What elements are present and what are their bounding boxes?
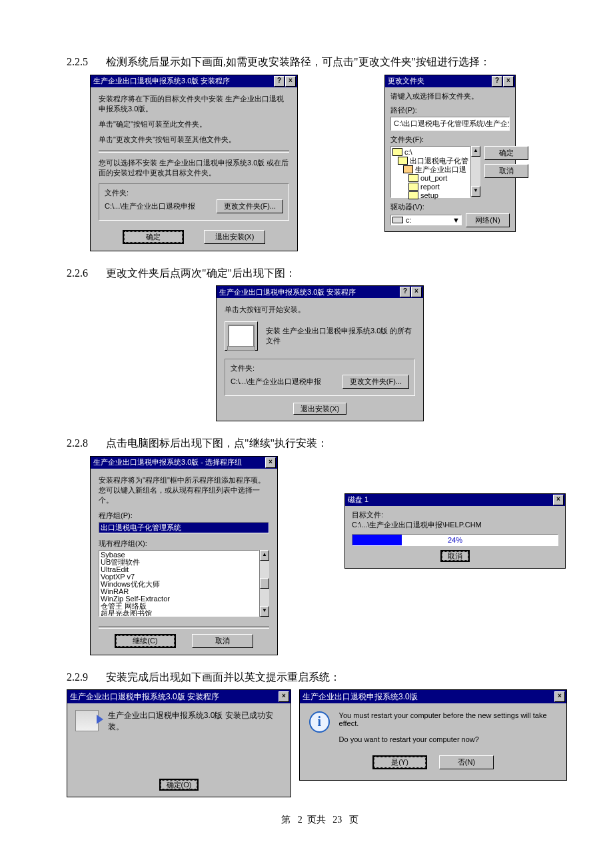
scrollbar[interactable]: ▲ ▼ xyxy=(259,550,269,617)
existing-groups-label: 现有程序组(X): xyxy=(99,539,269,549)
dialog-text: 您可以选择不安装 生产企业出口退税申报系统3.0版 或在后面的安装过程中更改其目… xyxy=(99,158,289,178)
big-install-text: 安装 生产企业出口退税申报系统3.0版 的所有文件 xyxy=(266,326,415,346)
change-folder-button[interactable]: 更改文件夹(F)... xyxy=(342,375,409,389)
progress-dialog: 磁盘 1 × 目标文件: C:\...\生产企业出口退税申报\HELP.CHM … xyxy=(344,493,566,569)
scrollbar[interactable]: ▲ ▼ xyxy=(470,146,480,197)
progress-percent: 24% xyxy=(352,535,558,545)
page-number: 2 xyxy=(298,815,303,825)
folders-label: 文件夹(F): xyxy=(390,135,510,145)
progress-bar: 24% xyxy=(352,534,558,546)
info-icon: i xyxy=(309,711,330,733)
success-message: 生产企业出口退税申报系统3.0版 安装已成功安装。 xyxy=(108,710,283,733)
dialog-title: 生产企业出口退税申报系统3.0版 - 选择程序组 xyxy=(93,457,242,467)
section-2-2-6-heading: 2.2.6 更改文件夹后点两次"确定"后出现下图： xyxy=(67,265,573,282)
yes-button[interactable]: 是(Y) xyxy=(372,755,427,769)
scroll-down-icon[interactable]: ▼ xyxy=(260,606,269,617)
cancel-button[interactable]: 取消 xyxy=(484,164,528,178)
section-2-2-8-heading: 2.2.8 点击电脑图标后出现下图，点"继续"执行安装： xyxy=(67,435,573,452)
section-num: 2.2.6 xyxy=(67,265,103,282)
close-icon[interactable]: × xyxy=(411,287,422,297)
change-folder-button[interactable]: 更改文件夹(F)... xyxy=(217,199,283,213)
cancel-button[interactable]: 取消 xyxy=(440,550,470,562)
close-icon[interactable]: × xyxy=(503,76,514,87)
restart-msg-2: Do you want to restart your computer now… xyxy=(339,735,557,743)
help-icon[interactable]: ? xyxy=(274,76,285,87)
folder-label: 文件夹: xyxy=(105,188,283,198)
section-num: 2.2.5 xyxy=(67,53,103,71)
close-icon[interactable]: × xyxy=(265,457,276,468)
no-button[interactable]: 否(N) xyxy=(439,755,494,769)
scroll-down-icon[interactable]: ▼ xyxy=(471,186,480,197)
target-file-path: C:\...\生产企业出口退税申报\HELP.CHM xyxy=(352,520,558,530)
path-input[interactable]: C:\出口退税电子化管理系统\生产企业 xyxy=(390,117,510,131)
dialog-title: 磁盘 1 xyxy=(348,495,368,505)
dialog-title: 生产企业出口退税申报系统3.0版 安装程序 xyxy=(93,76,230,86)
exit-install-button[interactable]: 退出安装(X) xyxy=(293,403,347,415)
ok-button[interactable]: 确定 xyxy=(484,146,528,160)
dialog-title: 生产企业出口退税申报系统3.0版 安装程序 xyxy=(219,287,356,297)
install-success-dialog: 生产企业出口退税申报系统3.0版 安装程序 × 生产企业出口退税申报系统3.0版… xyxy=(67,689,291,797)
section-num: 2.2.9 xyxy=(67,669,103,686)
dialog-title: 生产企业出口退税申报系统3.0版 安装程序 xyxy=(70,691,219,703)
program-group-label: 程序组(P): xyxy=(99,511,269,521)
drive-select[interactable]: c: ▼ xyxy=(390,215,462,225)
section-num: 2.2.8 xyxy=(67,435,103,452)
page-total: 23 xyxy=(332,815,342,825)
existing-groups-list[interactable]: Sybase UB管理软件 UltraEdit VoptXP v7 Window… xyxy=(99,550,259,617)
folder-path: C:\...\生产企业出口退税申报 xyxy=(231,377,336,387)
chevron-down-icon: ▼ xyxy=(452,216,460,224)
drive-icon xyxy=(392,217,403,223)
program-group-input[interactable]: 出口退税电子化管理系统 xyxy=(99,522,269,533)
help-icon[interactable]: ? xyxy=(400,287,410,297)
folder-path: C:\...\生产企业出口退税申报 xyxy=(105,201,210,211)
section-text: 点击电脑图标后出现下图，点"继续"执行安装： xyxy=(106,437,328,449)
folder-tree[interactable]: c:\ 出口退税电子化管 生产企业出口退 out_port report set… xyxy=(390,146,470,198)
change-folder-dialog: 更改文件夹 ? × 请键入或选择目标文件夹。 路径(P): C:\出口退税电子化… xyxy=(384,75,516,232)
dialog-hint: 单击大按钮可开始安装。 xyxy=(225,305,415,315)
install-target-dialog: 生产企业出口退税申报系统3.0版 安装程序 ? × 安装程序将在下面的目标文件夹… xyxy=(90,75,298,251)
dialog-desc: 安装程序将为"程序组"框中所示程序组添加程序项。您可以键入新组名，或从现有程序组… xyxy=(99,475,269,505)
close-icon[interactable]: × xyxy=(285,76,296,87)
continue-button[interactable]: 继续(C) xyxy=(115,634,176,648)
network-button[interactable]: 网络(N) xyxy=(466,213,510,227)
folder-open-icon xyxy=(398,157,408,165)
restart-msg-1: You must restart your computer before th… xyxy=(339,711,557,727)
folder-label: 文件夹: xyxy=(231,363,409,373)
dialog-text: 单击"更改文件夹"按钮可装至其他文件夹。 xyxy=(99,135,289,145)
cancel-button[interactable]: 取消 xyxy=(192,634,253,648)
folder-selected-icon xyxy=(403,165,413,173)
dialog-text: 安装程序将在下面的目标文件夹中安装 生产企业出口退税申报系统3.0版。 xyxy=(99,94,289,114)
list-item[interactable]: 超星光盘图书馆 xyxy=(101,610,257,617)
dialog-text: 单击"确定"按钮可装至此文件夹。 xyxy=(99,119,289,129)
close-icon[interactable]: × xyxy=(279,691,289,702)
big-install-button[interactable] xyxy=(225,321,258,351)
close-icon[interactable]: × xyxy=(553,495,564,505)
folder-closed-icon xyxy=(408,183,418,191)
section-text: 安装完成后出现如下画面并以英文提示重启系统： xyxy=(106,671,340,683)
path-label: 路径(P): xyxy=(390,105,510,115)
folder-open-icon xyxy=(392,148,402,156)
dialog-prompt: 请键入或选择目标文件夹。 xyxy=(390,91,510,101)
help-icon[interactable]: ? xyxy=(492,76,502,87)
restart-prompt-dialog: 生产企业出口退税申报系统3.0版 × i You must restart yo… xyxy=(299,689,567,781)
ok-button[interactable]: 确定(O) xyxy=(159,779,199,791)
start-install-dialog: 生产企业出口退税申报系统3.0版 安装程序 ? × 单击大按钮可开始安装。 安装… xyxy=(216,285,424,421)
exit-install-button[interactable]: 退出安装(X) xyxy=(204,230,265,244)
drives-label: 驱动器(V): xyxy=(390,202,510,212)
folder-closed-icon xyxy=(408,174,418,182)
close-icon[interactable]: × xyxy=(554,691,565,702)
folder-closed-icon xyxy=(408,191,418,199)
scroll-thumb[interactable] xyxy=(260,578,269,589)
program-group-dialog: 生产企业出口退税申报系统3.0版 - 选择程序组 × 安装程序将为"程序组"框中… xyxy=(90,456,278,655)
section-text: 更改文件夹后点两次"确定"后出现下图： xyxy=(106,267,296,279)
scroll-up-icon[interactable]: ▲ xyxy=(260,550,269,561)
computer-icon xyxy=(228,325,255,347)
scroll-up-icon[interactable]: ▲ xyxy=(471,146,480,157)
setup-icon xyxy=(75,710,99,731)
dialog-title: 生产企业出口退税申报系统3.0版 xyxy=(303,691,418,703)
page-footer: 第 2 页共 23 页 xyxy=(67,814,573,826)
target-file-label: 目标文件: xyxy=(352,510,558,520)
dialog-title: 更改文件夹 xyxy=(388,76,424,86)
ok-button[interactable]: 确定 xyxy=(123,230,184,244)
section-2-2-5-heading: 2.2.5 检测系统后显示如下画面,如需更改安装路径，可点击"更改文件夹"按钮进… xyxy=(67,53,573,71)
